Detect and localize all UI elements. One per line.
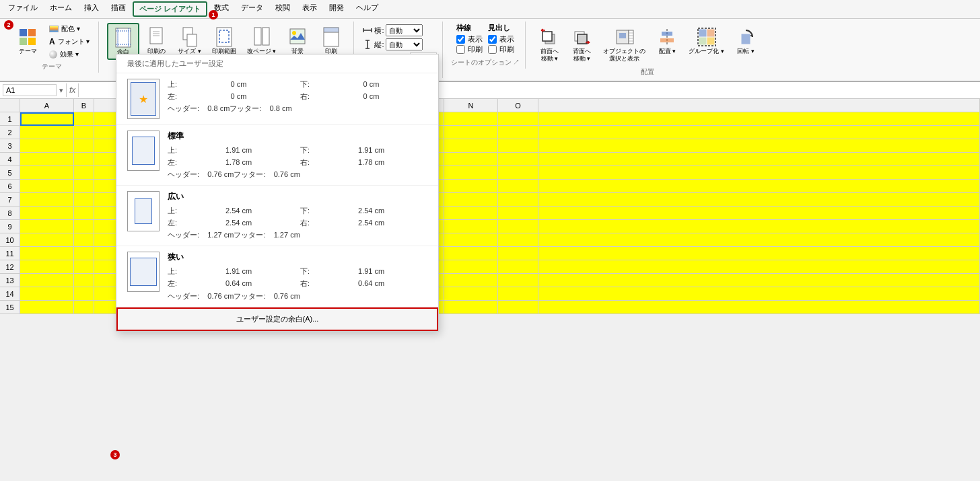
- row-header-11[interactable]: 11: [0, 247, 20, 260]
- gridlines-view-row[interactable]: 表示: [456, 34, 483, 44]
- menu-data[interactable]: データ: [236, 1, 269, 17]
- cell-rest-15[interactable]: [538, 301, 980, 314]
- cell-b3[interactable]: [74, 139, 94, 153]
- headings-print-row[interactable]: 印刷: [488, 44, 514, 54]
- margin-option-wide[interactable]: 広い 上: 2.54 cm 下: 2.54 cm 左: 2.54 cm 右: 2…: [116, 186, 438, 246]
- cell-n9[interactable]: [444, 220, 498, 233]
- menu-home[interactable]: ホーム: [44, 1, 77, 17]
- cell-rest-13[interactable]: [538, 274, 980, 287]
- cell-o3[interactable]: [498, 139, 538, 153]
- cell-n11[interactable]: [444, 247, 498, 260]
- menu-dev[interactable]: 開発: [324, 1, 349, 17]
- cell-n15[interactable]: [444, 301, 498, 314]
- cell-o9[interactable]: [498, 220, 538, 233]
- cell-b10[interactable]: [74, 233, 94, 247]
- col-header-a[interactable]: A: [20, 99, 74, 112]
- headings-view-row[interactable]: 表示: [488, 34, 514, 44]
- cell-o11[interactable]: [498, 247, 538, 260]
- cell-o8[interactable]: [498, 207, 538, 220]
- cell-o2[interactable]: [498, 126, 538, 139]
- row-header-5[interactable]: 5: [0, 166, 20, 180]
- cell-b5[interactable]: [74, 166, 94, 180]
- row-header-14[interactable]: 14: [0, 287, 20, 301]
- col-header-o[interactable]: O: [498, 99, 538, 112]
- cell-o5[interactable]: [498, 166, 538, 180]
- margin-option-last-custom[interactable]: ★ 上: 0 cm 下: 0 cm 左: 0 cm 右: 0 cm ヘッダー: …: [116, 73, 438, 125]
- col-header-b[interactable]: B: [74, 99, 94, 112]
- cell-a13[interactable]: [20, 274, 74, 287]
- row-header-8[interactable]: 8: [0, 207, 20, 220]
- height-select[interactable]: 自動: [386, 38, 423, 50]
- cell-o14[interactable]: [498, 287, 538, 301]
- menu-draw[interactable]: 描画: [106, 1, 131, 17]
- cell-rest-10[interactable]: [538, 233, 980, 247]
- cell-a14[interactable]: [20, 287, 74, 301]
- row-header-10[interactable]: 10: [0, 233, 20, 247]
- row-header-3[interactable]: 3: [0, 139, 20, 153]
- gridlines-view-check[interactable]: [456, 35, 465, 44]
- cell-rest-14[interactable]: [538, 287, 980, 301]
- name-box[interactable]: [3, 84, 57, 96]
- headings-print-check[interactable]: [488, 45, 497, 54]
- cell-n4[interactable]: [444, 153, 498, 166]
- effect-button[interactable]: 効果 ▾: [46, 48, 93, 61]
- cell-a10[interactable]: [20, 233, 74, 247]
- cell-a11[interactable]: [20, 247, 74, 260]
- rotate-button[interactable]: 回転 ▾: [730, 23, 761, 59]
- cell-n12[interactable]: [444, 260, 498, 274]
- menu-insert[interactable]: 挿入: [79, 1, 104, 17]
- bring-forward-button[interactable]: 前面へ 移動 ▾: [534, 23, 565, 66]
- menu-page-layout[interactable]: ページ レイアウト: [133, 1, 207, 17]
- cell-rest-11[interactable]: [538, 247, 980, 260]
- formula-expand-icon[interactable]: ▾: [59, 86, 63, 95]
- row-header-2[interactable]: 2: [0, 126, 20, 139]
- cell-a7[interactable]: [20, 193, 74, 207]
- background-button[interactable]: 背景: [282, 23, 313, 59]
- cell-n3[interactable]: [444, 139, 498, 153]
- cell-rest-12[interactable]: [538, 260, 980, 274]
- row-header-13[interactable]: 13: [0, 274, 20, 287]
- cell-o1[interactable]: [498, 112, 538, 126]
- cell-rest-5[interactable]: [538, 166, 980, 180]
- group-button[interactable]: グループ化 ▾: [684, 23, 729, 59]
- gridlines-print-check[interactable]: [456, 45, 465, 54]
- cell-rest-3[interactable]: [538, 139, 980, 153]
- align-button[interactable]: 配置 ▾: [652, 23, 682, 59]
- cell-n8[interactable]: [444, 207, 498, 220]
- cell-a6[interactable]: [20, 180, 74, 193]
- cell-rest-4[interactable]: [538, 153, 980, 166]
- col-header-n[interactable]: N: [444, 99, 498, 112]
- cell-n13[interactable]: [444, 274, 498, 287]
- cell-rest-7[interactable]: [538, 193, 980, 207]
- theme-button[interactable]: テーマ: [11, 23, 44, 59]
- cell-n5[interactable]: [444, 166, 498, 180]
- menu-help[interactable]: ヘルプ: [351, 1, 384, 17]
- menu-view[interactable]: 表示: [297, 1, 322, 17]
- cell-a15[interactable]: [20, 301, 74, 314]
- row-header-15[interactable]: 15: [0, 301, 20, 314]
- cell-rest-6[interactable]: [538, 180, 980, 193]
- cell-b4[interactable]: [74, 153, 94, 166]
- cell-o15[interactable]: [498, 301, 538, 314]
- cell-b6[interactable]: [74, 180, 94, 193]
- cell-b13[interactable]: [74, 274, 94, 287]
- margin-option-narrow[interactable]: 狭い 上: 1.91 cm 下: 1.91 cm 左: 0.64 cm 右: 0…: [116, 246, 438, 307]
- headings-view-check[interactable]: [488, 35, 497, 44]
- cell-b15[interactable]: [74, 301, 94, 314]
- cell-n7[interactable]: [444, 193, 498, 207]
- cell-a3[interactable]: [20, 139, 74, 153]
- cell-a9[interactable]: [20, 220, 74, 233]
- send-backward-button[interactable]: 背面へ 移動 ▾: [566, 23, 597, 66]
- cell-b12[interactable]: [74, 260, 94, 274]
- width-select[interactable]: 自動: [386, 24, 423, 36]
- gridlines-print-row[interactable]: 印刷: [456, 44, 483, 54]
- cell-rest-8[interactable]: [538, 207, 980, 220]
- row-header-9[interactable]: 9: [0, 220, 20, 233]
- cell-n6[interactable]: [444, 180, 498, 193]
- cell-b1[interactable]: [74, 112, 94, 126]
- fx-icon[interactable]: fx: [69, 85, 75, 95]
- font-button[interactable]: A フォント ▾: [46, 36, 93, 48]
- margin-option-standard[interactable]: 標準 上: 1.91 cm 下: 1.91 cm 左: 1.78 cm 右: 1…: [116, 125, 438, 186]
- cell-a4[interactable]: [20, 153, 74, 166]
- cell-o7[interactable]: [498, 193, 538, 207]
